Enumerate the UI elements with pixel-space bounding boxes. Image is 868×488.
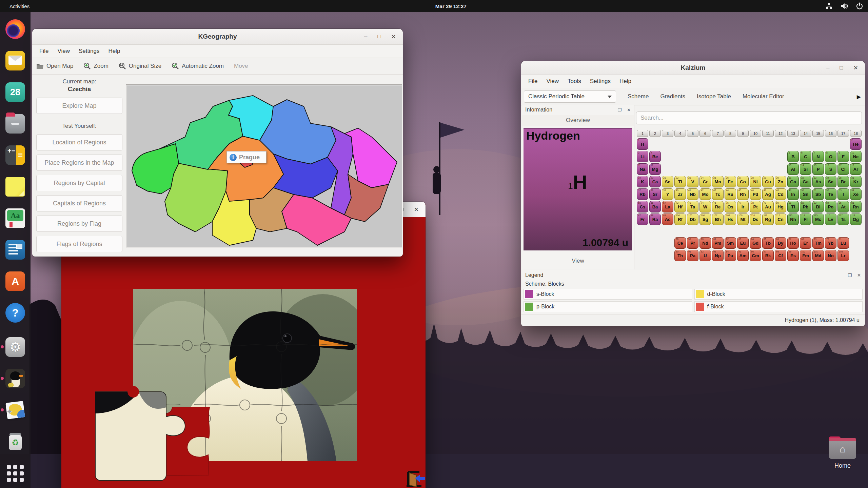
dock-item-settings[interactable]: ⚙ [5,337,25,357]
element-Ir[interactable]: 77Ir [737,201,749,212]
group-1-button[interactable]: 1 [637,130,648,137]
element-Ac[interactable]: 89Ac [662,214,673,225]
open-map-button[interactable]: Open Map [36,63,73,69]
element-Cr[interactable]: 24Cr [699,176,711,187]
element-At[interactable]: 85At [837,201,849,212]
element-Ca[interactable]: 20Ca [649,176,661,187]
element-Es[interactable]: 99Es [787,250,799,261]
element-Nh[interactable]: 113Nh [787,214,799,225]
tab-overview[interactable]: Overview [522,115,634,126]
element-Sb[interactable]: 51Sb [812,188,824,200]
element-Tl[interactable]: 81Tl [787,201,799,212]
element-Pd[interactable]: 46Pd [750,188,761,200]
element-Ho[interactable]: 67Ho [787,237,799,249]
element-Al[interactable]: 13Al [787,163,799,175]
dock-item-mail[interactable] [5,51,25,70]
group-16-button[interactable]: 16 [825,130,836,137]
kalzium-titlebar[interactable]: Kalzium – □ ✕ [521,61,865,75]
dock-item-kgeography[interactable]: ✦ [5,400,25,420]
group-11-button[interactable]: 11 [762,130,774,137]
close-icon[interactable]: ✕ [414,206,419,213]
element-Ne[interactable]: 10Ne [850,151,862,162]
dock-item-software[interactable]: A [5,271,25,291]
regions-by-capital-button[interactable]: Regions by Capital [36,175,122,191]
element-Tb[interactable]: 65Tb [762,237,774,249]
group-3-button[interactable]: 3 [662,130,673,137]
element-Mo[interactable]: 42Mo [699,188,711,200]
toolbar-overflow-icon[interactable]: ▶ [857,94,861,100]
float-panel-icon[interactable]: ❐ [617,107,622,113]
element-Lv[interactable]: 116Lv [825,214,836,225]
menu-help[interactable]: Help [615,76,636,86]
element-Fe[interactable]: 26Fe [725,176,736,187]
element-Rb[interactable]: 37Rb [637,188,648,200]
group-7-button[interactable]: 7 [712,130,724,137]
group-10-button[interactable]: 10 [750,130,761,137]
close-panel-icon[interactable]: ✕ [627,107,631,113]
dock-item-help[interactable]: ? [5,303,25,323]
element-Bi[interactable]: 83Bi [812,201,824,212]
minimize-icon[interactable]: – [826,64,829,71]
element-U[interactable]: 92U [699,250,711,261]
element-He[interactable]: 2He [850,138,862,150]
element-Co[interactable]: 27Co [737,176,749,187]
element-Pt[interactable]: 78Pt [750,201,761,212]
element-F[interactable]: 9F [837,151,849,162]
element-Eu[interactable]: 63Eu [737,237,749,249]
dock-item-firefox[interactable] [5,19,25,39]
element-Ts[interactable]: 117Ts [837,214,849,225]
element-S[interactable]: 16S [825,163,836,175]
puzzle-board[interactable] [61,217,426,488]
minimize-icon[interactable]: – [364,33,367,40]
element-No[interactable]: 102No [825,250,836,261]
search-input[interactable] [636,111,862,124]
maximize-icon[interactable]: □ [377,33,381,40]
element-Xe[interactable]: 54Xe [850,188,862,200]
element-Po[interactable]: 84Po [825,201,836,212]
group-14-button[interactable]: 14 [800,130,811,137]
element-Er[interactable]: 68Er [800,237,811,249]
element-P[interactable]: 15P [812,163,824,175]
element-Ra[interactable]: 88Ra [649,214,661,225]
element-In[interactable]: 49In [787,188,799,200]
element-Ti[interactable]: 22Ti [674,176,686,187]
group-8-button[interactable]: 8 [725,130,736,137]
element-Fm[interactable]: 100Fm [800,250,811,261]
element-Cm[interactable]: 96Cm [750,250,761,261]
element-Ba[interactable]: 56Ba [649,201,661,212]
element-Rh[interactable]: 45Rh [737,188,749,200]
element-Pa[interactable]: 91Pa [687,250,698,261]
element-Zr[interactable]: 40Zr [674,188,686,200]
element-Rn[interactable]: 86Rn [850,201,862,212]
element-Rf[interactable]: 104Rf [674,214,686,225]
close-panel-icon[interactable]: ✕ [857,273,861,278]
element-Ta[interactable]: 73Ta [687,201,698,212]
place-regions-button[interactable]: Place Regions in the Map [36,155,122,171]
element-Nd[interactable]: 60Nd [699,237,711,249]
element-Gd[interactable]: 64Gd [750,237,761,249]
map-canvas[interactable]: i Prague [126,85,402,247]
element-Sr[interactable]: 38Sr [649,188,661,200]
element-Cs[interactable]: 55Cs [637,201,648,212]
element-V[interactable]: 23V [687,176,698,187]
close-icon[interactable]: ✕ [391,33,396,40]
element-Cu[interactable]: 29Cu [762,176,774,187]
clock[interactable]: Mar 29 12:27 [435,3,467,9]
group-17-button[interactable]: 17 [837,130,849,137]
element-Br[interactable]: 35Br [837,176,849,187]
kgeography-titlebar[interactable]: KGeography – □ ✕ [32,29,403,45]
element-Au[interactable]: 79Au [762,201,774,212]
element-Tm[interactable]: 69Tm [812,237,824,249]
element-Li[interactable]: 3Li [637,151,648,162]
element-Ce[interactable]: 58Ce [674,237,686,249]
dock-item-dictionary[interactable]: Aa [5,208,25,228]
element-Hs[interactable]: 108Hs [725,214,736,225]
table-type-select[interactable]: Classic Periodic Table [524,90,616,103]
element-Np[interactable]: 93Np [712,250,724,261]
menu-file[interactable]: File [524,76,542,86]
element-Y[interactable]: 39Y [662,188,673,200]
tab-scheme[interactable]: Scheme [628,93,649,100]
original-size-button[interactable]: Original Size [119,62,161,70]
element-Yb[interactable]: 70Yb [825,237,836,249]
dock-item-calculator[interactable]: +−= [5,145,25,165]
